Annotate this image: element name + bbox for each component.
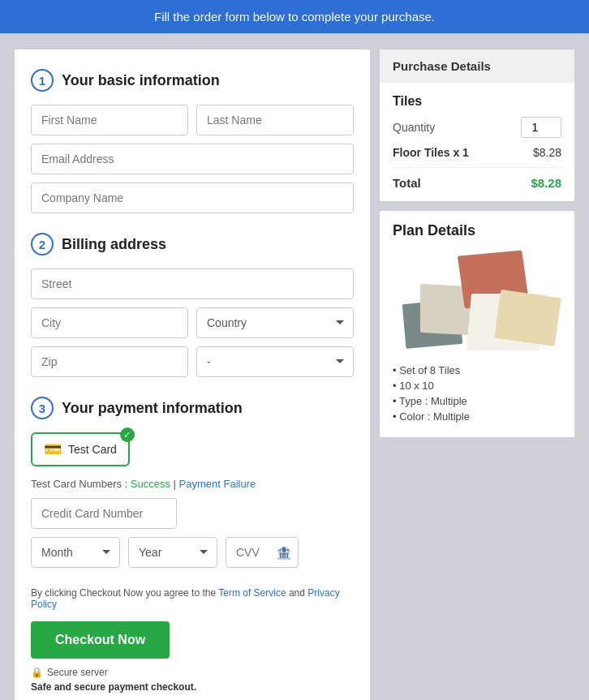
main-content: 1 Your basic information 2 Billi	[0, 33, 589, 700]
plan-title: Plan Details	[393, 222, 561, 239]
year-select[interactable]: Year 202420252026 2027202820292030	[128, 537, 217, 568]
company-input[interactable]	[31, 183, 354, 213]
billing-section: 2 Billing address Country United States …	[31, 233, 354, 377]
item-label: Floor Tiles x 1	[393, 146, 469, 159]
month-select[interactable]: Month JanuaryFebruaryMarch AprilMayJune …	[31, 537, 120, 568]
test-card-info: Test Card Numbers : Success | Payment Fa…	[31, 478, 354, 490]
tile-image	[393, 249, 561, 354]
payment-section: 3 Your payment information 💳 Test Card ✓…	[31, 397, 354, 568]
item-price: $8.28	[533, 146, 561, 159]
section3-label: Your payment information	[62, 400, 243, 417]
zip-state-row: -	[31, 346, 354, 377]
test-card-failure-link[interactable]: Payment Failure	[179, 478, 256, 490]
quantity-input[interactable]	[521, 117, 561, 138]
checkout-button[interactable]: Checkout Now	[31, 621, 170, 659]
card-details-row: Month JanuaryFebruaryMarch AprilMayJune …	[31, 537, 354, 568]
test-card-success-link[interactable]: Success	[131, 478, 170, 490]
basic-info-section: 1 Your basic information	[31, 69, 354, 213]
total-label: Total	[393, 176, 421, 190]
top-banner: Fill the order form below to complete yo…	[0, 0, 589, 33]
credit-card-input[interactable]	[31, 498, 177, 529]
total-value: $8.28	[531, 176, 561, 190]
total-row: Total $8.28	[393, 176, 561, 190]
zip-input[interactable]	[31, 346, 188, 377]
secure-server-row: 🔒 Secure server	[31, 667, 354, 678]
credit-card-row	[31, 498, 354, 529]
name-row	[31, 105, 354, 135]
bullet-1: Set of 8 Tiles	[393, 364, 561, 376]
order-form: 1 Your basic information 2 Billi	[15, 49, 370, 700]
section3-number: 3	[31, 397, 54, 419]
test-card-option[interactable]: 💳 Test Card ✓	[31, 432, 130, 466]
section2-label: Billing address	[62, 236, 166, 253]
banner-text: Fill the order form below to complete yo…	[154, 10, 435, 24]
purchase-details-header: Purchase Details	[380, 49, 574, 83]
section2-number: 2	[31, 233, 54, 256]
state-select[interactable]: -	[196, 346, 354, 377]
purchase-details-body: Tiles Quantity Floor Tiles x 1 $8.28 Tot…	[380, 83, 574, 201]
terms-text: By clicking Checkout Now you agree to th…	[31, 587, 354, 610]
cvv-container: 🏦	[226, 537, 299, 568]
street-input[interactable]	[31, 268, 354, 299]
test-card-separator: |	[174, 478, 179, 490]
lastname-input[interactable]	[196, 105, 354, 135]
section2-title: 2 Billing address	[31, 233, 354, 256]
right-column: Purchase Details Tiles Quantity Floor Ti…	[380, 49, 574, 700]
terms-prefix: By clicking Checkout Now you agree to th…	[31, 587, 218, 599]
street-row	[31, 268, 354, 299]
secure-label: Secure server	[47, 667, 108, 678]
card-option-label: Test Card	[68, 443, 117, 456]
section3-title: 3 Your payment information	[31, 397, 354, 419]
section1-title: 1 Your basic information	[31, 69, 354, 92]
tile-cream	[494, 290, 561, 346]
section1-label: Your basic information	[62, 72, 220, 89]
card-check-badge: ✓	[120, 427, 135, 442]
firstname-input[interactable]	[31, 105, 188, 135]
terms-of-service-link[interactable]: Term of Service	[218, 587, 286, 599]
quantity-row: Quantity	[393, 117, 561, 138]
page-wrapper: Fill the order form below to complete yo…	[0, 0, 589, 700]
safe-text: Safe and secure payment checkout.	[31, 681, 354, 693]
company-row	[31, 183, 354, 213]
tile-mosaic	[396, 253, 558, 350]
bullet-2: 10 x 10	[393, 380, 561, 392]
quantity-label: Quantity	[393, 121, 435, 134]
city-input[interactable]	[31, 307, 188, 338]
country-select[interactable]: Country United States United Kingdom Can…	[196, 307, 354, 338]
section1-number: 1	[31, 69, 54, 92]
plan-details-card: Plan Details Set of 8 Tiles 10 x 10 Type…	[380, 211, 574, 437]
city-country-row: Country United States United Kingdom Can…	[31, 307, 354, 338]
purchase-details-card: Purchase Details Tiles Quantity Floor Ti…	[380, 49, 574, 201]
test-card-prefix: Test Card Numbers :	[31, 478, 131, 490]
terms-and: and	[289, 587, 307, 599]
price-row: Floor Tiles x 1 $8.28	[393, 146, 561, 168]
cvv-card-icon: 🏦	[276, 545, 292, 560]
product-title: Tiles	[393, 94, 561, 109]
plan-bullets-list: Set of 8 Tiles 10 x 10 Type : Multiple C…	[393, 364, 561, 423]
email-input[interactable]	[31, 144, 354, 174]
card-icon: 💳	[44, 440, 62, 458]
bullet-4: Color : Multiple	[393, 410, 561, 423]
bullet-3: Type : Multiple	[393, 395, 561, 407]
lock-icon: 🔒	[31, 667, 43, 678]
email-row	[31, 144, 354, 174]
